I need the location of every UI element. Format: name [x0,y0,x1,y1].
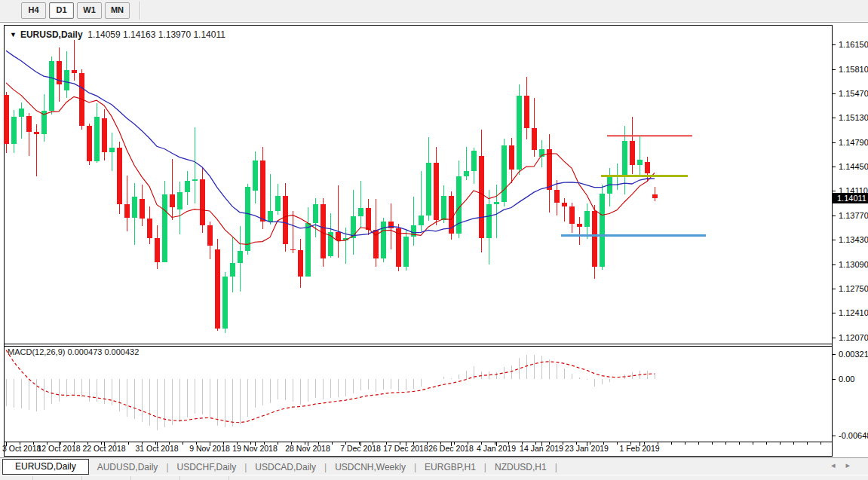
price-axis-label: 1.14790 [839,138,868,147]
macd-axis-label: 0.00 [839,375,854,384]
trading-app-window: H4D1W1MN ▼EURUSD,Daily 1.14059 1.14163 1… [0,0,868,480]
status-strip [0,475,868,480]
date-axis-label: 17 Dec 2018 [383,444,428,453]
date-axis-label: 1 Feb 2019 [619,444,659,453]
timeframe-button-mn[interactable]: MN [105,2,130,19]
date-axis-label: 23 Jan 2019 [565,444,609,453]
price-axis-label: 1.13430 [839,235,868,244]
macd-axis-label: 0.003216 [839,350,868,359]
chart-canvas[interactable] [4,25,833,457]
date-axis-label: 12 Oct 2018 [37,444,80,453]
date-axis-label: 28 Nov 2018 [285,444,330,453]
status-notch [179,476,180,480]
tab-scroll-left-icon[interactable]: ◂ [831,460,846,469]
date-axis-label: 22 Oct 2018 [82,444,125,453]
status-notch [32,476,33,480]
date-axis-label: 3 Oct 2018 [2,444,41,453]
price-axis: 1.161501.158101.154701.151301.147901.144… [833,25,868,457]
price-axis-label: 1.16150 [839,40,868,49]
chart-symbol-label: EURUSD,Daily [20,29,83,40]
price-axis-label: 1.14450 [839,162,868,171]
chart-tab-eurusd[interactable]: EURUSD,Daily [2,459,89,475]
date-axis-label: 9 Nov 2018 [189,444,230,453]
tab-separator: | [555,462,557,472]
chart-ohlc-values: 1.14059 1.14163 1.13970 1.14011 [87,29,225,40]
date-axis-label: 7 Dec 2018 [340,444,381,453]
chart-tab-nzdusd[interactable]: NZDUSD,H1 [486,462,555,472]
symbol-dropdown-icon[interactable]: ▼ [10,31,17,38]
chart-tab-audusd[interactable]: AUDUSD,Daily [89,462,167,472]
chart-tab-eurgbp[interactable]: EURGBP,H1 [416,462,484,472]
macd-indicator-header: MACD(12,26,9) 0.000473 0.000432 [8,347,139,356]
status-notch [229,476,229,480]
macd-values: 0.000473 0.000432 [67,347,139,356]
current-price-badge: 1.14011 [833,193,868,203]
pane-splitter-top[interactable] [4,344,833,344]
price-axis-label: 1.12750 [839,284,868,293]
chart-tab-usdcnh[interactable]: USDCNH,Weekly [327,462,414,472]
price-axis-label: 1.12410 [839,308,868,317]
status-notch [130,476,131,480]
timeframe-button-w1[interactable]: W1 [77,2,102,19]
tab-scroll-arrows: ◂▸ [831,460,860,470]
price-axis-label: 1.15130 [839,113,868,122]
symbol-tab-bar: EURUSD,DailyAUDUSD,Daily|USDCHF,Daily|US… [0,457,868,475]
pane-splitter-bottom[interactable] [4,346,833,347]
tab-scroll-right-icon[interactable]: ▸ [845,460,860,469]
chart-tab-usdchf[interactable]: USDCHF,Daily [169,462,245,472]
macd-label: MACD(12,26,9) [8,347,65,356]
chart-title: ▼EURUSD,Daily 1.14059 1.14163 1.13970 1.… [10,29,225,40]
price-axis-label: 1.15470 [839,89,868,98]
price-axis-label: 1.12070 [839,333,868,342]
timeframe-button-d1[interactable]: D1 [49,2,74,19]
macd-pane-border [4,442,833,442]
timeframe-toolbar: H4D1W1MN [0,0,868,23]
price-axis-label: 1.13090 [839,260,868,269]
date-axis-label: 14 Jan 2019 [520,444,563,453]
chart-tab-usdcad[interactable]: USDCAD,Daily [247,462,324,472]
price-axis-label: 1.15810 [839,65,868,74]
toolbar-separator [140,2,141,20]
date-axis-label: 19 Nov 2018 [232,444,278,453]
date-axis-label: 31 Oct 2018 [135,444,178,453]
status-notch [81,476,82,480]
date-axis-label: 26 Dec 2018 [428,444,474,453]
price-axis-label: 1.13770 [839,211,868,220]
date-axis-label: 4 Jan 2019 [477,444,516,453]
timeframe-button-h4[interactable]: H4 [21,2,46,19]
macd-axis-label: -0.006485 [839,431,868,440]
